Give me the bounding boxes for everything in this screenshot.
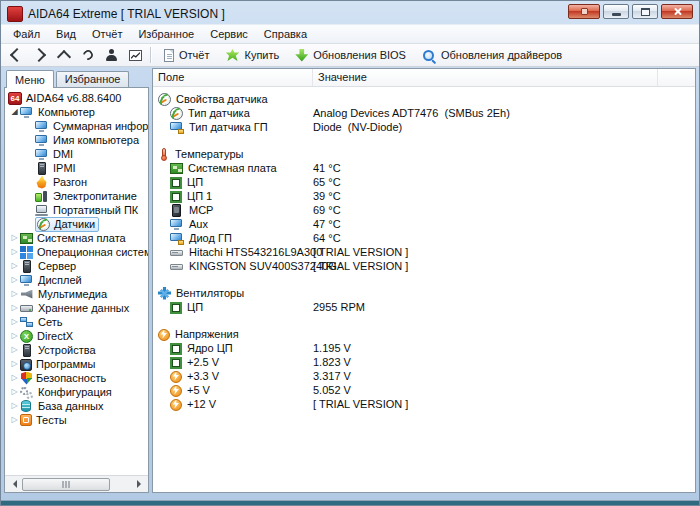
expand-arrow-icon[interactable] (9, 287, 20, 301)
row-cpu-fan[interactable]: ЦП2955 RPM (153, 300, 695, 314)
row-cpu-core-voltage[interactable]: Ядро ЦП1.195 V (153, 341, 695, 355)
scroll-right-arrow[interactable] (132, 478, 147, 491)
sidebar-item-ipmi[interactable]: IPMI (5, 161, 148, 175)
menu-item-4[interactable]: Сервис (202, 26, 256, 42)
drivers-button[interactable]: Обновления драйверов (414, 46, 570, 64)
sidebar-item-database[interactable]: База данных (5, 399, 148, 413)
row-hdd2-temp[interactable]: KINGSTON SUV400S37240G[ TRIAL VERSION ] (153, 259, 695, 273)
sidebar-item-overclock[interactable]: Разгон (5, 175, 148, 189)
up-button[interactable] (53, 46, 74, 64)
menu-item-5[interactable]: Справка (256, 26, 315, 42)
sidebar-item-display[interactable]: Дисплей (5, 273, 148, 287)
forward-button[interactable] (29, 46, 50, 64)
sidebar-item-directx[interactable]: DirectX (5, 329, 148, 343)
sidebar-item-label: AIDA64 v6.88.6400 (26, 92, 121, 104)
sidebar-item-tests[interactable]: Тесты (5, 413, 148, 427)
expand-arrow-icon[interactable] (9, 315, 20, 329)
row-motherboard-temp[interactable]: Системная плата41 °C (153, 161, 695, 175)
row-voltages[interactable]: Напряжения (153, 327, 695, 341)
row-gpu-diode-temp[interactable]: Диод ГП64 °C (153, 231, 695, 245)
sidebar-item-power[interactable]: Электропитание (5, 189, 148, 203)
buy-button[interactable]: Купить (217, 46, 287, 64)
sidebar-item-dmi[interactable]: DMI (5, 147, 148, 161)
account-button[interactable] (101, 46, 122, 64)
column-value[interactable]: Значение (313, 69, 658, 86)
sidebar-item-multimedia[interactable]: Мультимедиа (5, 287, 148, 301)
volt-icon (158, 329, 170, 341)
scroll-left-arrow[interactable] (6, 478, 21, 491)
menu-item-3[interactable]: Избранное (130, 26, 202, 42)
row-sensor-properties[interactable]: Свойства датчика (153, 92, 695, 106)
chart-button[interactable] (125, 46, 146, 64)
refresh-button[interactable] (77, 46, 98, 64)
sidebar-item-devices[interactable]: Устройства (5, 343, 148, 357)
sidebar-item-summary[interactable]: Суммарная информация (5, 119, 148, 133)
row-temperatures[interactable]: Температуры (153, 147, 695, 161)
title-bar[interactable]: AIDA64 Extreme [ TRIAL VERSION ] (1, 1, 699, 24)
row-sensor-type[interactable]: Тип датчикаAnalog Devices ADT7476 (SMBus… (153, 106, 695, 120)
bios-button[interactable]: Обновления BIOS (287, 46, 414, 64)
sidebar-item-sensors[interactable]: Датчики (5, 217, 148, 231)
buy-label: Купить (244, 49, 279, 61)
back-button[interactable] (5, 46, 26, 64)
main-panel: Поле Значение Свойства датчикаТип датчик… (152, 68, 696, 493)
sidebar-horizontal-scrollbar[interactable] (5, 475, 148, 492)
expand-arrow-icon[interactable] (9, 371, 20, 385)
expand-arrow-icon[interactable] (9, 385, 20, 399)
close-button[interactable] (661, 4, 693, 19)
expand-arrow-icon[interactable] (9, 357, 20, 371)
row-voltage-12[interactable]: +12 V[ TRIAL VERSION ] (153, 397, 695, 411)
tab-menu[interactable]: Меню (6, 70, 54, 88)
menu-item-1[interactable]: Вид (48, 26, 84, 42)
sidebar-item-aida64-version[interactable]: AIDA64 v6.88.6400 (5, 91, 148, 105)
power-icon (35, 190, 49, 203)
toolbar-separator (150, 47, 151, 63)
sidebar-item-label: Сервер (38, 260, 76, 272)
row-hdd1-temp[interactable]: Hitachi HTS543216L9A300[ TRIAL VERSION ] (153, 245, 695, 259)
sidebar-item-data-storage[interactable]: Хранение данных (5, 301, 148, 315)
expand-arrow-icon[interactable] (9, 329, 20, 343)
collapse-arrow-icon[interactable] (9, 105, 20, 119)
expand-arrow-icon[interactable] (9, 399, 20, 413)
row-voltage-2-5[interactable]: +2.5 V1.823 V (153, 355, 695, 369)
sidebar-item-configuration[interactable]: Конфигурация (5, 385, 148, 399)
expand-arrow-icon[interactable] (9, 413, 20, 427)
scrollbar-track[interactable] (21, 478, 132, 491)
sidebar-item-operating-system[interactable]: Операционная система (5, 245, 148, 259)
cpu-icon (170, 302, 182, 314)
tab-favorites[interactable]: Избранное (56, 71, 130, 87)
column-field[interactable]: Поле (153, 69, 313, 86)
row-cpu-temp[interactable]: ЦП65 °C (153, 175, 695, 189)
column-header: Поле Значение (153, 69, 695, 87)
expand-arrow-icon[interactable] (9, 301, 20, 315)
sidebar-tree: AIDA64 v6.88.6400КомпьютерСуммарная инфо… (5, 88, 148, 475)
sidebar-item-motherboard[interactable]: Системная плата (5, 231, 148, 245)
expand-arrow-icon[interactable] (9, 273, 20, 287)
menu-item-0[interactable]: Файл (5, 26, 48, 42)
row-voltage-5[interactable]: +5 V5.052 V (153, 383, 695, 397)
titlebar-extra-button[interactable] (568, 4, 600, 19)
row-fans[interactable]: Вентиляторы (153, 286, 695, 300)
sidebar-item-network[interactable]: Сеть (5, 315, 148, 329)
report-button[interactable]: Отчёт (156, 46, 217, 64)
row-aux-temp[interactable]: Aux47 °C (153, 217, 695, 231)
row-label: Напряжения (175, 328, 239, 340)
sidebar-item-portable-pc[interactable]: Портативный ПК (5, 203, 148, 217)
scrollbar-thumb[interactable] (22, 478, 110, 491)
expand-arrow-icon[interactable] (9, 231, 20, 245)
sidebar-item-server[interactable]: Сервер (5, 259, 148, 273)
expand-arrow-icon[interactable] (9, 343, 20, 357)
sidebar-item-computer[interactable]: Компьютер (5, 105, 148, 119)
sidebar-item-computer-name[interactable]: Имя компьютера (5, 133, 148, 147)
sidebar-item-programs[interactable]: Программы (5, 357, 148, 371)
expand-arrow-icon[interactable] (9, 245, 20, 259)
row-cpu1-temp[interactable]: ЦП 139 °C (153, 189, 695, 203)
menu-item-2[interactable]: Отчёт (84, 26, 130, 42)
expand-arrow-icon[interactable] (9, 259, 20, 273)
row-voltage-3-3[interactable]: +3.3 V3.317 V (153, 369, 695, 383)
minimize-button[interactable] (603, 4, 629, 19)
sidebar-item-security[interactable]: Безопасность (5, 371, 148, 385)
row-mcp-temp[interactable]: MCP69 °C (153, 203, 695, 217)
row-gpu-sensor-type[interactable]: Тип датчика ГПDiode (NV-Diode) (153, 120, 695, 134)
maximize-button[interactable] (632, 4, 658, 19)
